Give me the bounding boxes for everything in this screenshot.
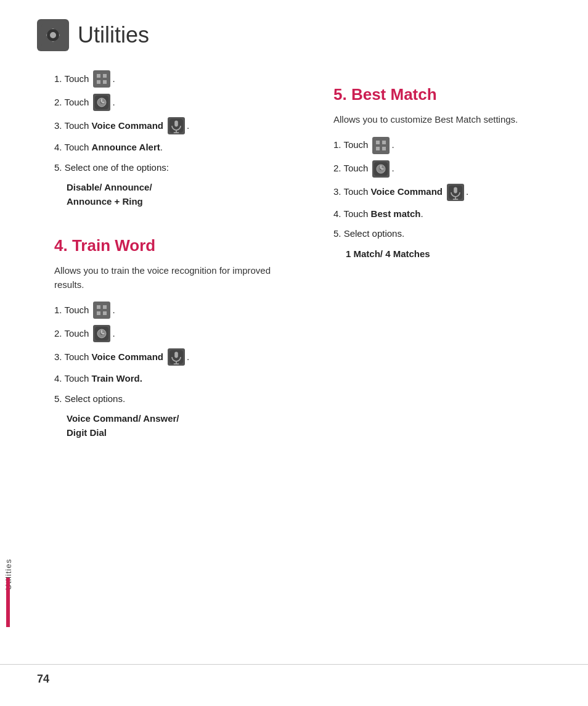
best-match-heading: 5. Best Match (333, 83, 563, 107)
bm-step-2: 2. Touch . (333, 160, 563, 178)
tw-step-3-num: 3. Touch Voice Command (54, 350, 163, 364)
step-5-options-bold: Disable/ Announce/Announce + Ring (67, 182, 152, 207)
step-4-text: 4. Touch Announce Alert. (54, 141, 163, 155)
grid-icon-bm1 (372, 137, 390, 154)
bm-step-2-num: 2. Touch (333, 162, 368, 176)
svg-point-4 (57, 34, 60, 36)
tw-step-1-dot: . (112, 303, 115, 318)
svg-rect-20 (97, 305, 100, 309)
step-2-dot: . (112, 96, 115, 110)
tw-step-5-options: Voice Command/ Answer/Digit Dial (67, 412, 284, 440)
svg-rect-8 (103, 74, 107, 78)
step-5-text: 5. Select one of the options: (54, 161, 169, 175)
bm-step-1: 1. Touch . (333, 137, 563, 154)
step-3-dot: . (187, 119, 189, 133)
bm-step-5-wrap: 5. Select options. 1 Match/ 4 Matches (333, 227, 563, 261)
grid-icon-1 (93, 70, 110, 88)
tw-step-2-dot: . (112, 327, 115, 341)
bm-step-5-options-bold: 1 Match/ 4 Matches (346, 248, 430, 259)
page-title: Utilities (78, 18, 149, 52)
svg-point-5 (52, 28, 54, 31)
announce-alert-steps: 1. Touch . 2. Touc (54, 70, 284, 208)
page-number: 74 (37, 671, 49, 688)
bm-step-1-num: 1. Touch (333, 138, 368, 152)
svg-rect-22 (97, 311, 100, 315)
tw-step-3: 3. Touch Voice Command . (54, 348, 284, 366)
bm-step-4-text: 4. Touch Best match. (333, 207, 423, 221)
step-2-num: 2. Touch (54, 96, 89, 110)
svg-rect-33 (376, 141, 380, 144)
tw-step-5-wrap: 5. Select options. Voice Command/ Answer… (54, 392, 284, 440)
step-1-announce: 1. Touch . (54, 70, 284, 88)
svg-rect-17 (174, 121, 178, 127)
svg-rect-36 (382, 147, 386, 150)
bm-step-3-num: 3. Touch Voice Command (333, 185, 443, 199)
sidebar-bar (6, 578, 10, 627)
sidebar-tab: Utilities (0, 58, 17, 664)
svg-point-2 (51, 33, 55, 38)
step-1-num: 1. Touch (54, 72, 89, 86)
svg-point-1 (47, 30, 59, 41)
tw-step-1: 1. Touch . (54, 302, 284, 319)
right-column: 5. Best Match Allows you to customize Be… (309, 58, 563, 664)
tw-step-2-num: 2. Touch (54, 327, 89, 341)
step-1-dot: . (112, 72, 115, 86)
step-3-announce: 3. Touch Voice Command . (54, 117, 284, 134)
clock-icon-tw2 (93, 325, 110, 342)
svg-rect-23 (103, 311, 107, 315)
train-word-section: 4. Train Word Allows you to train the vo… (54, 234, 284, 440)
left-column: 1. Touch . 2. Touc (54, 58, 309, 664)
svg-rect-7 (97, 74, 100, 78)
content-area: Utilities 1. Touch (0, 58, 588, 664)
svg-rect-0 (41, 23, 65, 47)
clock-icon-bm2 (372, 160, 390, 178)
step-5-announce: 5. Select one of the options: (54, 161, 284, 175)
page: Utilities Utilities 1. Touch (0, 0, 588, 706)
svg-point-6 (52, 39, 54, 42)
tw-step-4: 4. Touch Train Word. (54, 372, 284, 386)
step-5-options: Disable/ Announce/Announce + Ring (67, 181, 284, 208)
mic-icon-tw3 (168, 348, 185, 366)
bm-step-1-dot: . (391, 138, 394, 152)
bm-step-3: 3. Touch Voice Command . (333, 184, 563, 201)
mic-icon-bm3 (447, 184, 464, 201)
bm-step-5-options: 1 Match/ 4 Matches (346, 247, 563, 261)
bm-step-4: 4. Touch Best match. (333, 207, 563, 221)
svg-point-3 (46, 34, 49, 36)
bm-step-2-dot: . (391, 162, 394, 176)
step-2-announce: 2. Touch . (54, 94, 284, 111)
grid-icon-tw1 (93, 302, 110, 319)
mic-icon-1 (168, 117, 185, 134)
best-match-section: 5. Best Match Allows you to customize Be… (333, 83, 563, 261)
utilities-icon (37, 19, 69, 51)
svg-rect-9 (97, 80, 100, 84)
step-4-announce: 4. Touch Announce Alert. (54, 141, 284, 155)
svg-rect-10 (103, 80, 107, 84)
svg-rect-21 (103, 305, 107, 309)
tw-step-2: 2. Touch . (54, 325, 284, 342)
tw-step-4-text: 4. Touch Train Word. (54, 372, 142, 386)
best-match-desc: Allows you to customize Best Match setti… (333, 113, 563, 127)
bm-step-3-dot: . (466, 185, 468, 199)
svg-rect-34 (382, 141, 386, 144)
tw-step-1-num: 1. Touch (54, 303, 89, 318)
bm-step-5-text: 5. Select options. (333, 227, 404, 241)
tw-step-5: 5. Select options. (54, 392, 284, 406)
svg-rect-30 (174, 352, 178, 358)
train-word-desc: Allows you to train the voice recognitio… (54, 264, 284, 292)
tw-step-5-options-bold: Voice Command/ Answer/Digit Dial (67, 413, 179, 438)
svg-rect-43 (454, 187, 457, 193)
step-3-num: 3. Touch Voice Command (54, 119, 163, 133)
svg-rect-35 (376, 147, 380, 150)
header: Utilities (0, 0, 588, 58)
clock-icon-1 (93, 94, 110, 111)
train-word-heading: 4. Train Word (54, 234, 284, 258)
tw-step-5-text: 5. Select options. (54, 392, 125, 406)
page-footer: 74 (0, 664, 588, 706)
step-5-announce-wrap: 5. Select one of the options: Disable/ A… (54, 161, 284, 209)
columns: 1. Touch . 2. Touc (17, 58, 588, 664)
section-divider (54, 221, 284, 221)
tw-step-3-dot: . (187, 350, 189, 364)
bm-step-5: 5. Select options. (333, 227, 563, 241)
